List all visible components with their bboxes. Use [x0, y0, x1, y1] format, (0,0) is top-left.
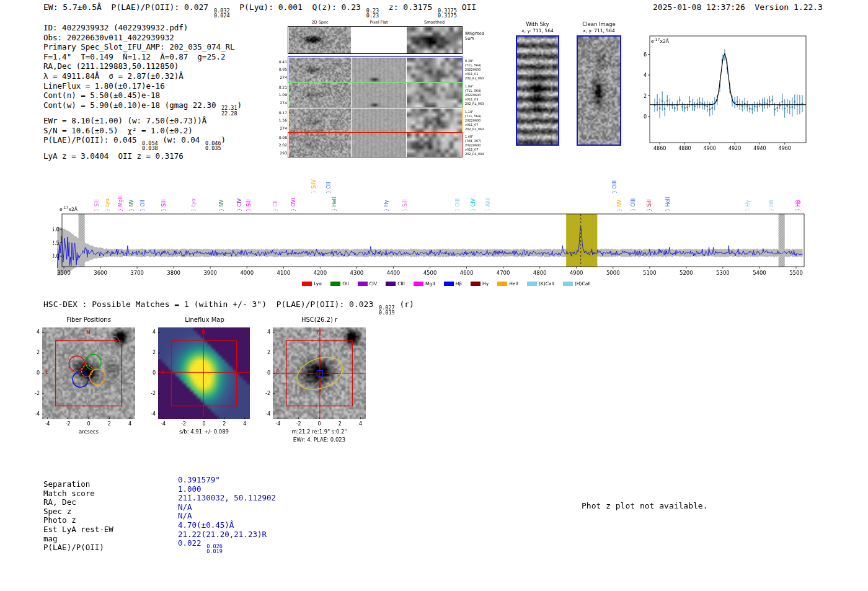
withsky-title: With Sky	[515, 21, 560, 27]
match-table-values: 0.391579"1.000211.130032, 50.112902N/AN/…	[178, 476, 276, 554]
emission-line-label: } OIII	[612, 180, 618, 193]
tick-label: 2	[218, 421, 231, 427]
cutout-column-header: Pixel Flat	[352, 20, 406, 25]
legend-label: MgII	[425, 281, 435, 287]
fiber-xlabel: arcsecs	[42, 429, 135, 435]
cutout-column-header: Smoothed	[407, 20, 462, 25]
zoom-spectrum-plot	[642, 31, 822, 153]
lineflux-compass-n: N	[202, 329, 206, 335]
timestamp-version: 2025-01-08 12:37:26 Version 1.22.3	[653, 2, 823, 12]
cutout-row-frame	[288, 132, 463, 158]
match-field-label: Photo z	[43, 516, 113, 525]
emission-line-label: } OII	[326, 182, 332, 193]
legend-label: CIII	[397, 281, 405, 287]
spectrum-legend: LyαOIICIVCIIIMgIIHβHγHeII(K)CaII(H)CaII	[242, 277, 651, 288]
tick-label: 0	[198, 421, 210, 427]
match-field-label: Separation	[43, 480, 113, 489]
legend-label: Hγ	[482, 281, 489, 287]
tick-label: -4	[157, 421, 169, 427]
tick-label: -2	[293, 421, 305, 427]
tick-label: -2	[144, 391, 156, 396]
tick-label: 4	[29, 329, 40, 335]
fiber-compass-e: E	[45, 369, 49, 375]
hsc-image-title: HSC(26.2) r	[260, 316, 378, 323]
info-line: P(LAE)/P(OII): 0.045 0.0540.038 (w: 0.04…	[43, 135, 242, 151]
info-line: ID: 4022939932 (4022939932.pdf)	[43, 23, 242, 33]
info-line: LyA z = 3.0404 OII z = 0.3176	[43, 151, 242, 161]
zoom-spectrum-ylabel: e-17x2Å	[651, 37, 669, 44]
legend-swatch	[386, 282, 396, 286]
match-field-value: 0.391579"	[178, 476, 276, 485]
legend-swatch	[497, 282, 507, 286]
legend-label: Lyα	[314, 281, 322, 287]
legend-label: Hβ	[456, 281, 462, 287]
clean-image	[578, 37, 620, 144]
lineflux-caption: s/b: 4.91 +/- 0.089	[151, 429, 257, 435]
tick-label: -4	[144, 411, 156, 417]
legend-swatch	[358, 282, 368, 286]
cutout-row-frame	[288, 82, 463, 108]
legend-item: (K)CaII	[527, 281, 554, 287]
info-line: Cont(w) = 5.90(±0.10)e-18 (gmag 22.30 22…	[43, 100, 242, 117]
hsc-compass-e: E	[276, 369, 280, 375]
tick-label: 2	[103, 421, 115, 427]
tick-label: 0	[144, 370, 156, 376]
tick-label: 4	[144, 329, 156, 335]
cutout-row-annotation: 0.38"(711, 564)20220630v011_01202_RL_063	[465, 59, 484, 81]
cutout-row-annotation: 1.48"(709, 397)20220630v011_07202_RL_044	[465, 135, 484, 156]
tick-label: 4	[124, 421, 136, 427]
lineflux-map-overlay	[158, 327, 250, 419]
photz-note: Phot z plot not available.	[582, 501, 708, 510]
clean-panel	[577, 35, 621, 146]
match-field-value: 4.70(±0.45)Å	[178, 521, 276, 530]
elixer-report-page: { "header": { "left": [ {"t": "EW: 5.7±0…	[0, 0, 868, 591]
full-spectrum-plot	[53, 210, 812, 277]
tick-label: 2	[144, 350, 156, 355]
legend-label: (H)CaII	[575, 281, 591, 287]
stacked-uncertainty: 0.31750.3175	[438, 8, 457, 19]
cutout-row-frame	[288, 56, 463, 82]
stacked-uncertainty: 0.0260.019	[206, 544, 223, 554]
info-line: F=1.4" T=0.149 N̄=1.12 Ā=0.87 g=25.2	[43, 52, 242, 62]
tick-label: -4	[41, 421, 53, 427]
legend-item: MgII	[414, 281, 435, 287]
fiber-positions-title: Fiber Positions	[30, 316, 148, 323]
clean-title: Clean Image	[574, 21, 624, 27]
stacked-uncertainty: 0.0320.024	[214, 8, 230, 19]
info-line: Obs: 20220630v011_4022939932	[43, 33, 242, 43]
fiber-positions-overlay	[42, 327, 135, 419]
legend-label: OII	[342, 281, 348, 287]
info-line: λ = 4911.84Å σ = 2.87(±0.32)Å	[43, 71, 242, 81]
tick-label: -2	[62, 421, 74, 427]
cutout-column-header: 2D Spec	[289, 20, 351, 25]
legend-item: OII	[330, 281, 348, 287]
tick-label: -4	[259, 411, 270, 417]
clean-coords: x, y: 711, 564	[570, 28, 627, 33]
tick-label: 2	[29, 350, 40, 355]
cutout-row-values: 0.410.95274	[273, 58, 287, 81]
stacked-uncertainty: 0.0460.035	[205, 141, 221, 151]
tick-label: 0	[313, 421, 326, 427]
match-field-value: 1.000	[178, 485, 276, 494]
withsky-image	[517, 37, 558, 144]
cutout-row-annotation: 1.14"(711, 564)20220630v011_07202_RL_063	[465, 110, 484, 131]
hsc-dex-match-line: HSC-DEX : Possible Matches = 1 (within +…	[43, 300, 414, 316]
legend-label: HeII	[509, 281, 518, 287]
tick-label: -4	[272, 421, 284, 427]
stacked-uncertainty: 0.230.23	[366, 8, 379, 19]
match-field-label: Match score	[43, 489, 113, 499]
legend-swatch	[444, 282, 454, 286]
tick-label: 0	[82, 421, 95, 427]
info-line: RA,Dec (211.129883,50.112850)	[43, 61, 242, 71]
info-line: S/N = 10.6(±0.5) χ² = 1.0(±0.2)	[43, 126, 242, 136]
legend-label: (K)CaII	[539, 281, 554, 287]
legend-swatch	[471, 282, 480, 286]
spec2d-cutout-grid: 2D SpecPixel FlatSmoothedWeightedSum0.41…	[273, 17, 497, 163]
match-table-labels: SeparationMatch scoreRA, DecSpec zPhoto …	[43, 480, 113, 553]
legend-label: CIV	[370, 281, 378, 287]
tick-label: 4	[355, 421, 367, 427]
stacked-uncertainty: 22.3122.28	[221, 105, 237, 116]
hsc-caption-1: m:21.2 re:1.9" s:0.2"	[267, 429, 372, 435]
cutout-row-values: 0.171.56274	[273, 109, 287, 132]
match-field-value: N/A	[178, 503, 276, 512]
